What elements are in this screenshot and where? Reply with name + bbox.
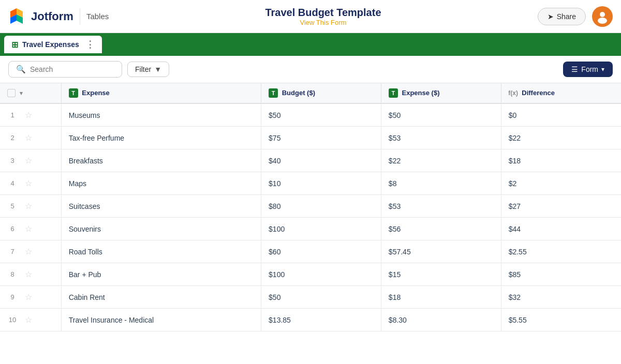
budget-type-icon: T xyxy=(269,88,278,98)
star-icon[interactable]: ☆ xyxy=(25,201,32,211)
row-check-cell: 9 ☆ xyxy=(0,286,61,309)
th-expense-val-label: Expense ($) xyxy=(402,89,439,97)
cell-budget: $100 xyxy=(261,218,381,240)
page-title: Travel Budget Template xyxy=(265,7,381,19)
th-difference: f(x) Difference xyxy=(501,83,621,103)
cell-expense: Suitcases xyxy=(61,195,261,218)
cell-budget: $60 xyxy=(261,240,381,263)
cell-expense-val: $57.45 xyxy=(381,240,501,263)
header-divider xyxy=(80,8,80,25)
header-chevron-icon[interactable]: ▾ xyxy=(20,90,23,97)
star-icon[interactable]: ☆ xyxy=(25,110,32,120)
search-box: 🔍 xyxy=(8,61,122,78)
search-input[interactable] xyxy=(30,65,114,73)
table-row: 1 ☆ Museums $50 $50 $0 xyxy=(0,103,621,127)
th-expense: T Expense xyxy=(61,83,261,103)
row-number: 4 xyxy=(7,179,18,187)
logo-text: Jotform xyxy=(31,10,73,23)
filter-icon: ▼ xyxy=(154,65,161,73)
star-icon[interactable]: ☆ xyxy=(25,133,32,143)
form-button[interactable]: ☰ Form ▾ xyxy=(563,62,613,77)
cell-budget: $10 xyxy=(261,172,381,195)
row-number: 7 xyxy=(7,248,18,255)
form-icon: ☰ xyxy=(571,65,578,73)
cell-budget: $80 xyxy=(261,195,381,218)
row-check-cell: 4 ☆ xyxy=(0,172,61,195)
tab-label: Travel Expenses xyxy=(22,40,79,49)
cell-expense-val: $8.30 xyxy=(381,309,501,331)
cell-difference: $22 xyxy=(501,127,621,149)
row-number: 10 xyxy=(7,316,18,324)
cell-difference: $2.55 xyxy=(501,240,621,263)
cell-expense: Tax-free Perfume xyxy=(61,127,261,149)
tables-label: Tables xyxy=(86,12,109,21)
table-row: 5 ☆ Suitcases $80 $53 $27 xyxy=(0,195,621,218)
expense-val-type-icon: T xyxy=(389,88,398,98)
star-icon[interactable]: ☆ xyxy=(25,247,32,256)
header-center: Travel Budget Template View This Form xyxy=(265,7,381,26)
row-check-cell: 1 ☆ xyxy=(0,103,61,127)
cell-difference: $2 xyxy=(501,172,621,195)
cell-difference: $32 xyxy=(501,286,621,309)
expense-type-icon: T xyxy=(69,88,78,98)
table-container: ▾ T Expense T Budget ($) T Expense ($) f… xyxy=(0,83,621,331)
cell-budget: $13.85 xyxy=(261,309,381,331)
logo: Jotform xyxy=(8,7,73,26)
share-button[interactable]: ➤ Share xyxy=(538,8,586,25)
cell-budget: $50 xyxy=(261,103,381,127)
row-check-cell: 2 ☆ xyxy=(0,127,61,149)
table-row: 4 ☆ Maps $10 $8 $2 xyxy=(0,172,621,195)
star-icon[interactable]: ☆ xyxy=(25,224,32,234)
cell-expense: Maps xyxy=(61,172,261,195)
svg-point-5 xyxy=(600,12,605,17)
row-check-cell: 10 ☆ xyxy=(0,309,61,331)
cell-expense-val: $22 xyxy=(381,149,501,172)
row-check-cell: 5 ☆ xyxy=(0,195,61,218)
cell-difference: $5.55 xyxy=(501,309,621,331)
table-header-row: ▾ T Expense T Budget ($) T Expense ($) f… xyxy=(0,83,621,103)
header-checkbox[interactable] xyxy=(7,89,16,97)
header-right: ➤ Share xyxy=(538,6,613,27)
grid-icon: ⊞ xyxy=(11,40,18,50)
row-number: 2 xyxy=(7,134,18,142)
filter-button[interactable]: Filter ▼ xyxy=(127,62,169,77)
cell-expense: Souvenirs xyxy=(61,218,261,240)
cell-difference: $0 xyxy=(501,103,621,127)
form-caret-icon: ▾ xyxy=(601,66,604,73)
star-icon[interactable]: ☆ xyxy=(25,178,32,188)
tab-bar: ⊞ Travel Expenses ⋮ xyxy=(0,33,621,56)
row-number: 3 xyxy=(7,157,18,164)
table-row: 8 ☆ Bar + Pub $100 $15 $85 xyxy=(0,263,621,286)
share-label: Share xyxy=(557,12,576,21)
cell-expense-val: $15 xyxy=(381,263,501,286)
row-check-cell: 7 ☆ xyxy=(0,240,61,263)
cell-expense-val: $56 xyxy=(381,218,501,240)
cell-expense: Cabin Rent xyxy=(61,286,261,309)
th-difference-label: Difference xyxy=(522,89,555,97)
row-check-cell: 3 ☆ xyxy=(0,149,61,172)
star-icon[interactable]: ☆ xyxy=(25,269,32,279)
tab-options-icon[interactable]: ⋮ xyxy=(85,39,95,50)
table-row: 9 ☆ Cabin Rent $50 $18 $32 xyxy=(0,286,621,309)
star-icon[interactable]: ☆ xyxy=(25,315,32,325)
table-body: 1 ☆ Museums $50 $50 $0 2 ☆ Tax-free Perf… xyxy=(0,103,621,331)
star-icon[interactable]: ☆ xyxy=(25,292,32,302)
table-row: 7 ☆ Road Tolls $60 $57.45 $2.55 xyxy=(0,240,621,263)
cell-difference: $18 xyxy=(501,149,621,172)
row-check-cell: 8 ☆ xyxy=(0,263,61,286)
cell-expense-val: $50 xyxy=(381,103,501,127)
jotform-logo-icon xyxy=(8,7,27,26)
table-row: 6 ☆ Souvenirs $100 $56 $44 xyxy=(0,218,621,240)
toolbar-left: 🔍 Filter ▼ xyxy=(8,61,169,78)
cell-expense: Museums xyxy=(61,103,261,127)
cell-expense: Road Tolls xyxy=(61,240,261,263)
cell-expense-val: $18 xyxy=(381,286,501,309)
row-number: 8 xyxy=(7,270,18,278)
view-form-link[interactable]: View This Form xyxy=(265,19,381,26)
cell-expense: Breakfasts xyxy=(61,149,261,172)
tab-travel-expenses[interactable]: ⊞ Travel Expenses ⋮ xyxy=(4,36,102,53)
th-budget: T Budget ($) xyxy=(261,83,381,103)
star-icon[interactable]: ☆ xyxy=(25,156,32,165)
filter-label: Filter xyxy=(135,65,151,73)
avatar[interactable] xyxy=(592,6,613,27)
